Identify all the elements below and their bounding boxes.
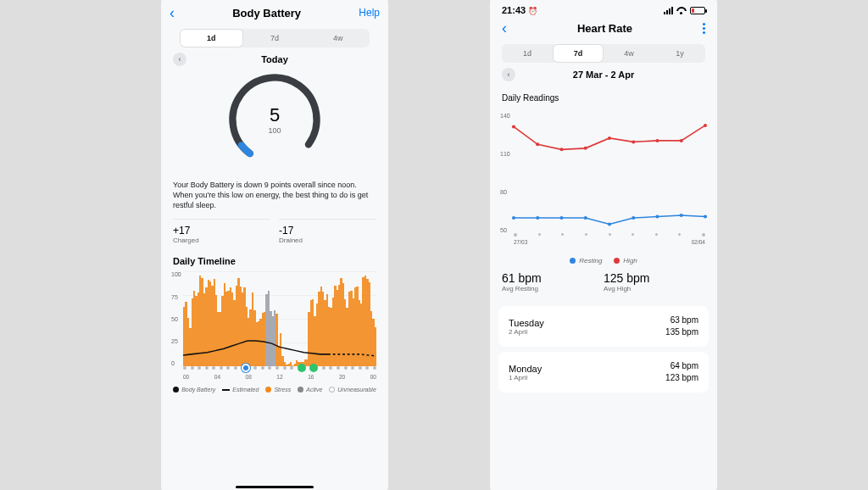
charged-label: Charged (173, 237, 270, 244)
svg-point-12 (536, 216, 539, 220)
day-card[interactable]: Monday 1 April 64 bpm 123 bpm (498, 352, 709, 393)
legend-estimated: Estimated (222, 387, 259, 393)
svg-point-17 (655, 215, 659, 219)
xtick: 20 (339, 374, 345, 380)
summary-row: 61 bpm Avg Resting 125 bpm Avg High (490, 271, 717, 301)
heart-rate-screen: 21:43 ⏰ ‹ Heart Rate 1d 7d 4w 1y ‹ 27 Ma… (490, 0, 717, 490)
battery-icon (690, 7, 705, 14)
xtick: 27/03 (514, 239, 527, 245)
legend-label: Body Battery (181, 387, 215, 393)
tab-7d[interactable]: 7d (243, 29, 307, 47)
header: ‹ Body Battery Help (161, 0, 388, 24)
svg-point-16 (632, 216, 635, 220)
day-card[interactable]: Tuesday 2 April 63 bpm 135 bpm (498, 306, 709, 347)
svg-point-15 (608, 223, 611, 226)
page-title: Heart Rate (577, 22, 632, 35)
xtick: 00 (183, 374, 189, 380)
hr-legend: Resting High (490, 257, 717, 264)
legend-active: Active (298, 387, 322, 393)
xtick: 02/04 (692, 239, 705, 245)
drained-value: -17 (279, 225, 376, 237)
timeline-x-axis: 00 04 08 12 16 20 00 (183, 374, 376, 380)
page-title: Body Battery (232, 7, 301, 19)
wifi-icon (676, 7, 687, 14)
legend-label: Resting (579, 257, 602, 264)
status-time: 21:43 (502, 5, 526, 15)
xtick: 04 (214, 374, 220, 380)
charge-drain-row: +17 Charged -17 Drained (161, 210, 388, 248)
svg-point-7 (632, 140, 635, 143)
legend-high: High (614, 257, 637, 264)
body-battery-screen: ‹ Body Battery Help 1d 7d 4w ‹ Today 5 1… (161, 0, 388, 490)
avg-high-label: Avg High (604, 285, 705, 292)
back-icon[interactable]: ‹ (170, 5, 175, 20)
legend-label: Stress (274, 387, 291, 393)
back-icon[interactable]: ‹ (502, 20, 507, 36)
alarm-icon: ⏰ (528, 7, 537, 15)
daily-timeline-chart: 100 75 50 25 0 00 04 08 12 16 20 00 (173, 271, 376, 381)
svg-point-6 (608, 136, 611, 140)
tab-1y[interactable]: 1y (654, 44, 705, 63)
avg-high-value: 125 bpm (604, 271, 705, 285)
svg-point-11 (512, 216, 515, 220)
tab-4w[interactable]: 4w (306, 29, 370, 47)
svg-point-3 (536, 142, 539, 146)
legend-label: Unmeasurable (337, 387, 376, 393)
body-battery-gauge: 5 100 (225, 70, 325, 170)
cell-signal-icon (664, 7, 673, 14)
svg-point-2 (512, 125, 515, 128)
svg-point-5 (584, 147, 587, 150)
tab-7d[interactable]: 7d (553, 44, 604, 63)
svg-point-13 (559, 216, 563, 220)
day-date: 2 April (509, 328, 544, 336)
legend-unmeasurable: Unmeasurable (329, 387, 376, 393)
legend-resting: Resting (570, 257, 602, 264)
day-resting: 64 bpm (665, 360, 698, 372)
timeline-legend: Body Battery Estimated Stress Active Unm… (171, 387, 378, 393)
legend-label: Estimated (232, 387, 259, 393)
readings-heading: Daily Readings (490, 85, 717, 108)
timeline-heading: Daily Timeline (161, 248, 388, 271)
xtick: 08 (246, 374, 252, 380)
day-name: Monday (509, 364, 542, 374)
more-icon[interactable] (703, 23, 705, 34)
legend-label: Active (306, 387, 322, 393)
svg-point-4 (559, 148, 563, 151)
hr-x-axis: 27/03 02/04 (514, 239, 705, 245)
xtick: 12 (276, 374, 282, 380)
home-indicator[interactable] (236, 486, 314, 488)
svg-point-19 (704, 215, 707, 219)
avg-resting-value: 61 bpm (502, 271, 604, 285)
avg-resting-label: Avg Resting (502, 285, 604, 292)
date-label: Today (261, 54, 288, 64)
heart-rate-chart: 140 110 80 50 27/03 02/04 (502, 113, 705, 252)
legend-stress: Stress (265, 387, 291, 393)
svg-point-18 (680, 214, 683, 217)
charged-value: +17 (173, 225, 270, 237)
date-range-label: 27 Mar - 2 Apr (573, 70, 634, 80)
xtick: 00 (370, 374, 376, 380)
drained-label: Drained (279, 237, 376, 244)
date-navigator: ‹ 27 Mar - 2 Apr (490, 70, 717, 80)
legend-body-battery: Body Battery (173, 387, 215, 393)
svg-point-9 (680, 139, 683, 142)
day-name: Tuesday (509, 318, 544, 328)
tab-4w[interactable]: 4w (604, 44, 654, 63)
day-high: 135 bpm (665, 326, 698, 338)
help-link[interactable]: Help (359, 7, 380, 19)
tab-1d[interactable]: 1d (180, 29, 243, 47)
gauge-value: 5 (270, 104, 280, 126)
status-bar: 21:43 ⏰ (490, 0, 717, 17)
summary-text: Your Body Battery is down 9 points overa… (161, 180, 388, 210)
date-navigator: ‹ Today (161, 54, 388, 64)
xtick: 16 (308, 374, 314, 380)
svg-point-14 (584, 216, 587, 220)
svg-point-10 (704, 124, 707, 127)
prev-day-icon[interactable]: ‹ (173, 53, 186, 66)
range-tabs: 1d 7d 4w 1y (502, 44, 705, 63)
day-resting: 63 bpm (665, 315, 698, 326)
prev-range-icon[interactable]: ‹ (502, 68, 515, 81)
tab-1d[interactable]: 1d (502, 44, 553, 63)
svg-point-8 (655, 139, 659, 142)
range-tabs: 1d 7d 4w (180, 29, 370, 47)
